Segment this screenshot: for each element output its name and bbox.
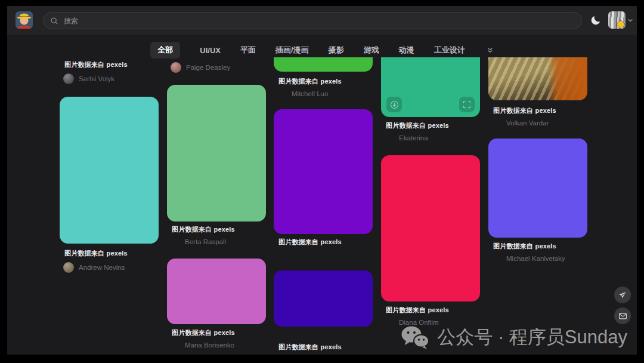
watermark-text: 公众号 · 程序员Sunday (437, 325, 627, 350)
luffy-avatar-image (16, 11, 33, 29)
card-caption: 图片数据来自 pexels (64, 249, 128, 258)
author-row[interactable]: Andrew Nevins (63, 262, 125, 273)
image-card[interactable] (274, 109, 373, 234)
card-caption: 图片数据来自 pexels (64, 60, 128, 69)
image-card[interactable] (60, 97, 159, 244)
top-bar (7, 6, 637, 35)
contact-button[interactable] (614, 307, 631, 324)
mail-icon (618, 312, 627, 321)
author-row[interactable]: Michael Kanivetsky (506, 255, 565, 262)
card-caption: 图片数据来自 pexels (278, 238, 342, 247)
chevron-down-icon (627, 17, 633, 23)
author-avatar (63, 262, 74, 273)
author-row[interactable]: Ekaterina (399, 134, 428, 141)
author-name: Michael Kanivetsky (506, 255, 565, 262)
tab-industrial[interactable]: 工业设计 (434, 45, 465, 56)
search-icon (50, 17, 58, 25)
column-4: 图片数据来自 pexelsEkaterina图片数据来自 pexelsDiana… (381, 57, 480, 355)
profile-menu[interactable] (608, 11, 633, 29)
card-caption: 图片数据来自 pexels (493, 106, 556, 115)
card-caption: 图片数据来自 pexels (493, 242, 556, 251)
author-name: Maria Borisenko (185, 342, 234, 349)
author-row[interactable]: Berta Raspall (185, 238, 226, 245)
tab-graphic[interactable]: 平面 (240, 45, 256, 56)
author-name: Ekaterina (399, 134, 428, 141)
wechat-icon (401, 325, 429, 349)
author-name: Andrew Nevins (79, 264, 125, 271)
author-row[interactable]: Camilla Rubi (292, 353, 330, 355)
app-window: 全部UI/UX平面插画/漫画摄影游戏动漫工业设计 图片数据来自 pexelsSe… (7, 6, 637, 355)
column-5: 图片数据来自 pexelsVolkan Vardar图片数据来自 pexelsM… (488, 57, 587, 355)
vip-badge (617, 20, 625, 29)
author-row[interactable]: Paige Deasley (171, 62, 230, 73)
author-name: Paige Deasley (186, 64, 230, 71)
image-card[interactable] (167, 259, 266, 324)
gallery: 图片数据来自 pexelsSerhii Volyk图片数据来自 pexelsAn… (7, 57, 637, 355)
card-caption: 图片数据来自 pexels (172, 225, 235, 234)
tab-list: 全部UI/UX平面插画/漫画摄影游戏动漫工业设计 (150, 42, 465, 59)
author-avatar (63, 73, 74, 84)
author-row[interactable]: Serhii Volyk (63, 73, 114, 84)
card-caption: 图片数据来自 pexels (278, 77, 342, 86)
watermark: 公众号 · 程序员Sunday (401, 325, 627, 350)
search-input[interactable] (63, 16, 575, 26)
moon-icon (590, 14, 602, 26)
image-card[interactable] (381, 57, 480, 117)
column-1: 图片数据来自 pexelsSerhii Volyk图片数据来自 pexelsAn… (60, 57, 159, 355)
author-avatar (171, 62, 181, 73)
expand-button[interactable] (459, 97, 475, 112)
column-3: 图片数据来自 pexelsMitchell Luo图片数据来自 pexels图片… (274, 57, 373, 355)
author-name: Camilla Rubi (292, 353, 330, 355)
image-card[interactable] (488, 139, 587, 238)
download-button[interactable] (386, 97, 402, 112)
image-card[interactable] (167, 85, 266, 222)
double-chevron-down-icon (487, 47, 494, 54)
author-name: Mitchell Luo (292, 90, 328, 97)
card-caption: 图片数据来自 pexels (278, 343, 342, 352)
more-categories-button[interactable] (487, 47, 494, 54)
card-caption: 图片数据来自 pexels (386, 306, 449, 315)
tab-illustration[interactable]: 插画/漫画 (275, 45, 309, 56)
tab-uiux[interactable]: UI/UX (200, 46, 221, 55)
image-card[interactable] (381, 155, 480, 302)
author-row[interactable]: Volkan Vardar (506, 119, 549, 127)
paper-plane-icon (618, 291, 627, 299)
author-row[interactable]: Maria Borisenko (185, 342, 234, 349)
search-bar (43, 12, 582, 29)
tab-photography[interactable]: 摄影 (329, 45, 344, 56)
card-caption: 图片数据来自 pexels (386, 121, 449, 130)
photo-card[interactable] (488, 57, 587, 100)
author-name: Volkan Vardar (506, 119, 549, 127)
profile-avatar (608, 11, 626, 29)
author-name: Serhii Volyk (79, 75, 114, 82)
column-2: Paige Deasley图片数据来自 pexelsBerta Raspall图… (167, 57, 266, 355)
theme-toggle-button[interactable] (589, 14, 602, 27)
user-avatar[interactable] (16, 11, 33, 29)
author-row[interactable]: Mitchell Luo (292, 90, 328, 97)
card-caption: 图片数据来自 pexels (172, 328, 235, 337)
image-card[interactable] (274, 57, 373, 72)
tab-games[interactable]: 游戏 (364, 45, 379, 56)
share-button[interactable] (614, 287, 631, 303)
image-card[interactable] (274, 270, 373, 327)
author-name: Berta Raspall (185, 238, 226, 245)
tab-anime[interactable]: 动漫 (399, 45, 414, 56)
tab-all[interactable]: 全部 (150, 42, 180, 59)
